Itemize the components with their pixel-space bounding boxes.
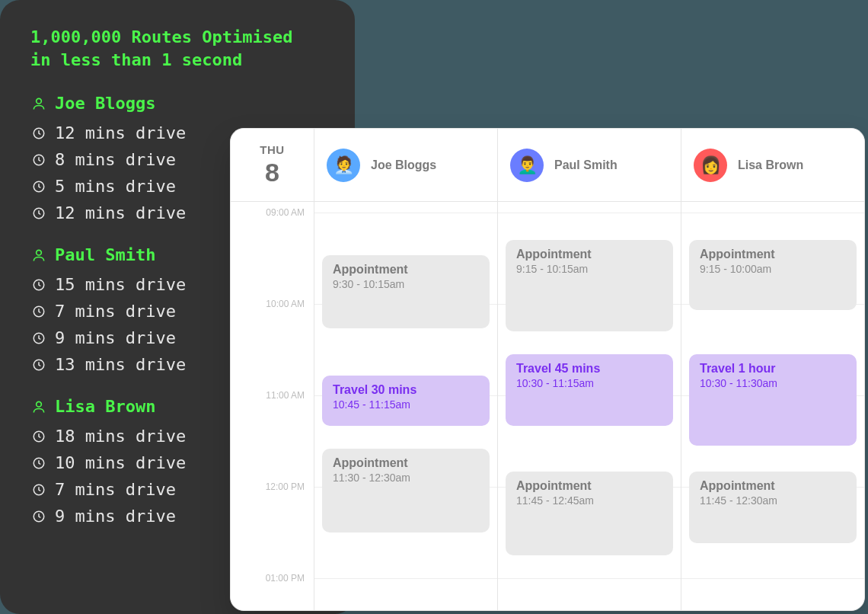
event-time: 9:15 - 10:00am (700, 263, 846, 275)
calendar-date: THU 8 (231, 129, 314, 201)
event-title: Travel 45 mins (516, 362, 662, 376)
time-label: 09:00 AM (266, 207, 305, 218)
time-label: 12:00 PM (266, 481, 305, 492)
event-title: Appointment (700, 479, 846, 493)
svg-point-10 (37, 401, 42, 407)
event-title: Travel 1 hour (700, 362, 846, 376)
calendar-column[interactable]: Appointment9:30 - 10:15am Travel 30 mins… (314, 202, 498, 610)
clock-icon (30, 330, 47, 347)
time-label: 01:00 PM (266, 573, 305, 584)
event-travel[interactable]: Travel 45 mins10:30 - 11:15am (506, 354, 673, 426)
clock-icon (30, 428, 47, 445)
person-icon (30, 398, 47, 415)
avatar: 👨‍🦱 (510, 149, 544, 182)
calendar-card: THU 8 🧑‍💼 Joe Bloggs 👨‍🦱 Paul Smith 👩 Li… (230, 128, 865, 611)
svg-point-0 (37, 98, 42, 104)
event-appointment[interactable]: Appointment9:15 - 10:00am (689, 240, 857, 310)
event-appointment[interactable]: Appointment11:30 - 12:30am (322, 449, 490, 532)
clock-icon (30, 303, 47, 320)
drive-text: 9 mins drive (55, 328, 176, 347)
day-of-month: 8 (265, 158, 279, 187)
event-title: Appointment (516, 248, 662, 261)
calendar-column[interactable]: Appointment9:15 - 10:00am Travel 1 hour1… (681, 202, 864, 610)
drive-text: 8 mins drive (55, 150, 176, 169)
drive-text: 15 mins drive (55, 275, 186, 294)
event-time: 9:15 - 10:15am (516, 263, 662, 275)
drive-text: 12 mins drive (55, 203, 186, 222)
column-header[interactable]: 👨‍🦱 Paul Smith (498, 129, 681, 201)
calendar-column[interactable]: Appointment9:15 - 10:15am Travel 45 mins… (498, 202, 681, 610)
clock-icon (30, 125, 47, 142)
drive-text: 9 mins drive (55, 507, 176, 526)
event-title: Appointment (516, 479, 662, 493)
clock-icon (30, 205, 47, 222)
event-title: Appointment (333, 456, 479, 470)
event-time: 11:30 - 12:30am (333, 472, 479, 484)
drive-text: 18 mins drive (55, 427, 186, 446)
calendar-column-headers: 🧑‍💼 Joe Bloggs 👨‍🦱 Paul Smith 👩 Lisa Bro… (314, 129, 864, 201)
avatar: 👩 (694, 149, 727, 182)
event-title: Travel 30 mins (333, 383, 479, 397)
clock-icon (30, 508, 47, 525)
time-column: 09:00 AM 10:00 AM 11:00 AM 12:00 PM 01:0… (231, 202, 314, 610)
event-title: Appointment (333, 263, 479, 277)
person-icon (30, 95, 47, 112)
event-time: 9:30 - 10:15am (333, 278, 479, 290)
drive-text: 13 mins drive (55, 355, 186, 374)
event-appointment[interactable]: Appointment9:30 - 10:15am (322, 255, 490, 328)
column-name: Paul Smith (554, 158, 617, 172)
routes-title: 1,000,000 Routes Optimised in less than … (30, 26, 324, 71)
time-label: 10:00 AM (266, 299, 305, 309)
person-icon (30, 247, 47, 264)
driver-name: Joe Bloggs (55, 94, 155, 113)
event-time: 11:45 - 12:30am (700, 494, 846, 507)
drive-text: 7 mins drive (55, 302, 176, 321)
event-appointment[interactable]: Appointment11:45 - 12:30am (689, 472, 857, 543)
avatar: 🧑‍💼 (327, 149, 360, 182)
driver-name: Paul Smith (55, 245, 155, 264)
day-of-week: THU (260, 143, 285, 156)
event-time: 10:45 - 11:15am (333, 398, 479, 411)
event-title: Appointment (700, 248, 846, 261)
event-travel[interactable]: Travel 30 mins10:45 - 11:15am (322, 376, 490, 426)
clock-icon (30, 455, 47, 472)
column-header[interactable]: 👩 Lisa Brown (681, 129, 864, 201)
event-time: 11:45 - 12:45am (516, 494, 662, 507)
column-name: Lisa Brown (738, 158, 803, 172)
drive-text: 10 mins drive (55, 453, 186, 472)
clock-icon (30, 357, 47, 373)
clock-icon (30, 481, 47, 498)
clock-icon (30, 277, 47, 293)
clock-icon (30, 178, 47, 195)
calendar-body: 09:00 AM 10:00 AM 11:00 AM 12:00 PM 01:0… (231, 202, 864, 610)
drive-text: 12 mins drive (55, 123, 186, 142)
event-appointment[interactable]: Appointment9:15 - 10:15am (506, 240, 673, 331)
calendar-header: THU 8 🧑‍💼 Joe Bloggs 👨‍🦱 Paul Smith 👩 Li… (231, 129, 864, 202)
column-name: Joe Bloggs (371, 158, 436, 172)
clock-icon (30, 152, 47, 168)
event-travel[interactable]: Travel 1 hour10:30 - 11:30am (689, 354, 857, 446)
calendar-grid: Appointment9:30 - 10:15am Travel 30 mins… (314, 202, 864, 610)
driver-name: Lisa Brown (55, 397, 155, 416)
event-time: 10:30 - 11:30am (700, 377, 846, 389)
svg-point-5 (37, 250, 42, 255)
column-header[interactable]: 🧑‍💼 Joe Bloggs (314, 129, 498, 201)
driver-heading: Joe Bloggs (30, 94, 324, 113)
time-label: 11:00 AM (266, 390, 305, 401)
event-time: 10:30 - 11:15am (516, 377, 662, 389)
event-appointment[interactable]: Appointment11:45 - 12:45am (506, 472, 673, 555)
drive-text: 7 mins drive (55, 480, 176, 499)
drive-text: 5 mins drive (55, 177, 176, 196)
